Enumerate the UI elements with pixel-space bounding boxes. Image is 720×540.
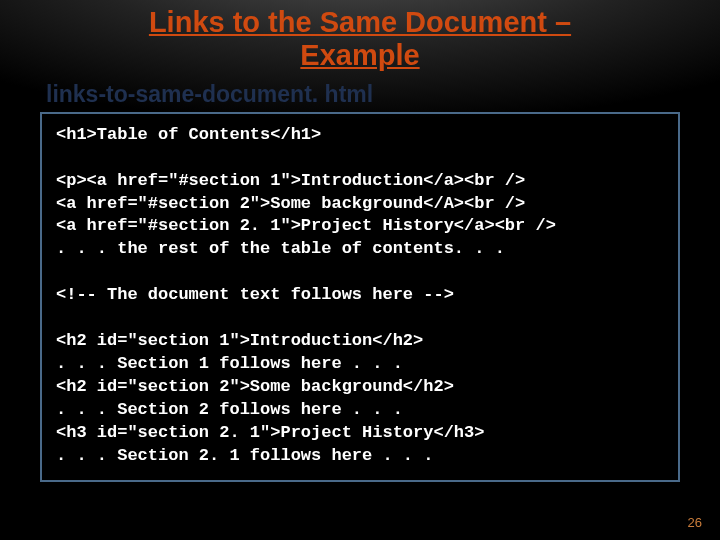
code-line: <a href="#section 2. 1">Project History<… [56,216,556,235]
title-line-2: Example [300,39,419,71]
code-line: <p><a href="#section 1">Introduction</a>… [56,171,525,190]
title-line-1: Links to the Same Document – [149,6,571,38]
code-line: . . . Section 2 follows here . . . [56,400,403,419]
slide: Links to the Same Document – Example lin… [0,0,720,540]
code-line: <h1>Table of Contents</h1> [56,125,321,144]
code-line: <h2 id="section 1">Introduction</h2> [56,331,423,350]
code-line: . . . Section 2. 1 follows here . . . [56,446,433,465]
code-line: <!-- The document text follows here --> [56,285,454,304]
code-line: <a href="#section 2">Some background</A>… [56,194,525,213]
slide-title: Links to the Same Document – Example [0,0,720,73]
code-block: <h1>Table of Contents</h1> <p><a href="#… [40,112,680,482]
code-line: <h2 id="section 2">Some background</h2> [56,377,454,396]
code-line: <h3 id="section 2. 1">Project History</h… [56,423,484,442]
filename-subtitle: links-to-same-document. html [46,81,720,108]
code-line: . . . Section 1 follows here . . . [56,354,403,373]
code-line: . . . the rest of the table of contents.… [56,239,505,258]
page-number: 26 [688,515,702,530]
